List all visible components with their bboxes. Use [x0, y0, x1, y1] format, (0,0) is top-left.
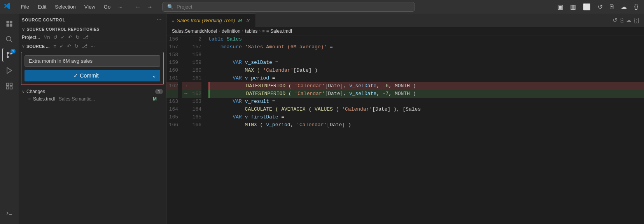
source-redo-icon[interactable]: ↻ [74, 43, 79, 49]
cloud-icon[interactable]: ☁ [619, 2, 629, 11]
right-line-numbers: 2 157 158 159 160 161 162 163 164 165 16… [190, 35, 205, 224]
tab-history-icon[interactable]: ↺ [612, 17, 618, 24]
source-undo-icon[interactable]: ↶ [66, 43, 72, 49]
eq4: = [269, 98, 275, 106]
activity-terminal[interactable] [2, 207, 16, 221]
source-list-icon[interactable]: ≡ [52, 43, 57, 49]
repo-redo-icon[interactable]: ↻ [75, 34, 80, 41]
source-chevron[interactable]: ∨ [22, 44, 25, 49]
code-line-158 [208, 51, 644, 59]
toggle-panel-icon[interactable]: ▥ [568, 2, 578, 11]
forward-button[interactable]: → [145, 3, 154, 11]
source-control-title: SOURCE CONTROL [22, 18, 156, 22]
menu-more[interactable]: ··· [115, 2, 126, 11]
svg-rect-10 [7, 83, 9, 86]
source-actions: ≡ ✓ ↶ ↻ ⎇ ··· [52, 43, 95, 49]
eq2: = [272, 59, 278, 67]
num-7: -7 [383, 90, 389, 98]
breadcrumb-sep1: › [219, 28, 220, 34]
menu-go[interactable]: Go [100, 2, 114, 11]
tab-label: Sales.tmdl (Working Tree) [177, 18, 235, 23]
ln-158: 158 [166, 51, 178, 59]
toggle-sidebar-icon[interactable]: ▣ [555, 2, 565, 11]
activity-explorer[interactable] [2, 17, 16, 31]
ln-162-add [166, 90, 178, 98]
changes-header[interactable]: ∨ Changes 1 [22, 88, 163, 95]
breadcrumb-model[interactable]: Sales.SemanticModel [172, 28, 217, 34]
change-item[interactable]: ≡ Sales.tmdl Sales.Semantic... M [22, 95, 163, 103]
source-more-icon[interactable]: ··· [90, 43, 96, 49]
tab-code-icon[interactable]: {;} [634, 17, 639, 24]
svg-point-4 [7, 37, 11, 41]
repo-undo-icon[interactable]: ↶ [67, 34, 73, 41]
var-seldate-rem: v_selDate [349, 82, 376, 90]
activity-search[interactable] [2, 32, 16, 46]
copy-icon[interactable]: ⎘ [608, 2, 616, 11]
back-button[interactable]: ← [133, 3, 143, 11]
str-cal-add: 'Calendar' [294, 90, 325, 98]
window-controls: ▣ ▥ ⬜ ↺ ⎘ ☁ {} [555, 2, 640, 11]
repos-chevron[interactable]: ∨ [22, 27, 25, 32]
activity-source-control[interactable]: 1 [2, 48, 16, 62]
toggle-layout-icon[interactable]: ⬜ [581, 2, 593, 11]
source-check-icon[interactable]: ✓ [59, 43, 65, 49]
breadcrumb-definition[interactable]: definition [222, 28, 240, 34]
tab-actions: ↺ ⎘ ☁ {;} [612, 17, 644, 24]
ln-165: 165 [166, 113, 178, 121]
repo-check-icon[interactable]: ✓ [60, 34, 66, 41]
svg-point-6 [7, 56, 8, 57]
source-row2: ∨ SOURCE ... ≡ ✓ ↶ ↻ ⎇ ··· [19, 42, 166, 50]
change-status: M [153, 96, 157, 102]
menu-selection[interactable]: Selection [51, 2, 79, 11]
menu-file[interactable]: File [17, 2, 33, 11]
tab-close-button[interactable]: ✕ [246, 18, 250, 23]
menu-edit[interactable]: Edit [34, 2, 50, 11]
diff-gutter-left: → → [182, 35, 190, 224]
rln-2: 2 [190, 35, 201, 43]
code-editor[interactable]: 156 157 158 159 160 161 162 163 164 165 … [166, 35, 644, 224]
tab-cloud-icon[interactable]: ☁ [626, 17, 632, 24]
code-icon[interactable]: {} [632, 2, 640, 11]
commit-message-input[interactable] [24, 55, 160, 67]
changes-chevron[interactable]: ∨ [22, 89, 25, 94]
repo-sync-icon[interactable]: ↺ [52, 34, 58, 41]
rln-163: 163 [190, 98, 201, 106]
repo-graph-icon[interactable]: ⎇ [82, 34, 89, 41]
code-line-162-removed: DATESINPERIOD ( 'Calendar'[Date], v_selD… [208, 82, 644, 90]
code-line-161: VAR v_period = [208, 74, 644, 82]
activity-extensions[interactable] [2, 79, 16, 93]
commit-button[interactable]: ✓ Commit [24, 70, 148, 81]
func-calc: CALCULATE ( AVERAGEX ( VALUES ( [208, 106, 342, 113]
menu-view[interactable]: View [80, 2, 99, 11]
month-rem: , MONTH ) [388, 82, 416, 90]
commit-chevron-button[interactable]: ⌄ [148, 70, 160, 81]
breadcrumb-file[interactable]: ≡ Sales.tmdl [266, 28, 292, 34]
date-end: [Date] ) [293, 67, 317, 74]
editor-tab[interactable]: ≡ Sales.tmdl (Working Tree) M ✕ [166, 14, 256, 27]
timeline-icon[interactable]: ↺ [596, 2, 605, 11]
code-line-163: VAR v_result = [208, 98, 644, 106]
str-cal: 'Calendar' [263, 67, 293, 74]
breadcrumb-tables[interactable]: tables [245, 28, 257, 34]
search-label: Project [177, 4, 192, 10]
ln-163: 163 [166, 98, 178, 106]
title-search-bar[interactable]: 🔍 Project [162, 2, 415, 12]
activity-bar: 1 [0, 14, 19, 224]
activity-bottom [2, 207, 16, 224]
eq5: = [278, 113, 284, 121]
source-control-more[interactable]: ··· [156, 16, 163, 24]
str-cal3: 'Calendar' [296, 121, 327, 129]
repo-branch-icon[interactable]: ⑂n [43, 34, 51, 41]
kw-var2: VAR [208, 74, 245, 82]
source-graph-icon[interactable]: ⎇ [81, 43, 88, 49]
var-period2: v_period [266, 121, 290, 129]
var-period: v_period [245, 74, 269, 82]
activity-run[interactable] [2, 63, 16, 78]
rln-166: 166 [190, 121, 201, 129]
commit-button-row: ✓ Commit ⌄ [24, 70, 160, 81]
svg-line-5 [10, 41, 12, 42]
tab-split-icon[interactable]: ⎘ [620, 17, 623, 24]
kw-var1: VAR [208, 59, 245, 67]
svg-rect-13 [10, 87, 12, 89]
eq-sign: = [327, 43, 333, 51]
